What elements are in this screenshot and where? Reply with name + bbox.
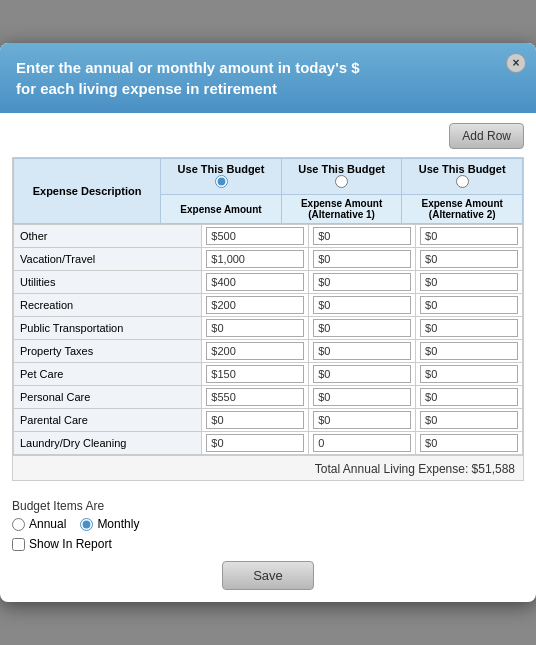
expense-desc: Utilities [14, 271, 202, 294]
expense-desc: Vacation/Travel [14, 248, 202, 271]
expense-amt2-input[interactable] [313, 250, 411, 268]
table-row: Property Taxes [14, 340, 523, 363]
col1-use-budget-header: Use This Budget [161, 159, 282, 195]
expense-amt1-input[interactable] [206, 227, 304, 245]
expense-amt1 [202, 432, 309, 455]
col1-radio[interactable] [215, 175, 228, 188]
annual-label: Annual [29, 517, 66, 531]
expense-amt3 [416, 317, 523, 340]
expense-amt3-input[interactable] [420, 342, 518, 360]
expense-amt1 [202, 317, 309, 340]
expense-amt1 [202, 294, 309, 317]
expense-desc: Public Transportation [14, 317, 202, 340]
col2-use-budget-header: Use This Budget [281, 159, 402, 195]
col1-label: Use This Budget [167, 163, 275, 175]
expense-desc: Property Taxes [14, 340, 202, 363]
show-in-report-checkbox[interactable] [12, 538, 25, 551]
expense-amt2-input[interactable] [313, 365, 411, 383]
budget-type-radio-group: Annual Monthly [12, 517, 524, 531]
expense-amt3-input[interactable] [420, 250, 518, 268]
expense-amt1-input[interactable] [206, 273, 304, 291]
expense-amt2-input[interactable] [313, 388, 411, 406]
expense-amt2 [309, 363, 416, 386]
expense-amt3 [416, 432, 523, 455]
expense-amt2-input[interactable] [313, 296, 411, 314]
toolbar-row: Add Row [12, 123, 524, 157]
close-button[interactable]: × [506, 53, 526, 73]
expense-amt1-input[interactable] [206, 250, 304, 268]
add-row-button[interactable]: Add Row [449, 123, 524, 149]
table-row: Public Transportation [14, 317, 523, 340]
expense-amt2 [309, 317, 416, 340]
save-button[interactable]: Save [222, 561, 314, 590]
show-in-report-group: Show In Report [12, 537, 524, 551]
expense-amt1-input[interactable] [206, 342, 304, 360]
total-label: Total Annual Living Expense: $51,588 [315, 462, 515, 476]
expense-amt2 [309, 386, 416, 409]
expense-desc: Pet Care [14, 363, 202, 386]
table-row: Recreation [14, 294, 523, 317]
expense-amt2 [309, 294, 416, 317]
col3-sub-header: Expense Amount (Alternative 2) [402, 195, 523, 224]
col3-radio[interactable] [456, 175, 469, 188]
expense-amt2 [309, 248, 416, 271]
expense-amt1 [202, 271, 309, 294]
expense-amt1 [202, 225, 309, 248]
expense-table: Expense Description Use This Budget Use … [13, 158, 523, 224]
table-row: Other [14, 225, 523, 248]
expense-amt3 [416, 386, 523, 409]
expense-amt3 [416, 363, 523, 386]
expense-amt3 [416, 225, 523, 248]
dialog-title: Enter the annual or monthly amount in to… [16, 59, 360, 97]
expense-amt2-input[interactable] [313, 342, 411, 360]
expense-amt3-input[interactable] [420, 319, 518, 337]
expense-amt2-input[interactable] [313, 227, 411, 245]
expense-amt1-input[interactable] [206, 319, 304, 337]
expense-desc: Recreation [14, 294, 202, 317]
col2-sub-header: Expense Amount (Alternative 1) [281, 195, 402, 224]
table-row: Personal Care [14, 386, 523, 409]
col2-radio[interactable] [335, 175, 348, 188]
monthly-radio[interactable] [80, 518, 93, 531]
expense-amt3-input[interactable] [420, 365, 518, 383]
col3-use-budget-header: Use This Budget [402, 159, 523, 195]
monthly-radio-label[interactable]: Monthly [80, 517, 139, 531]
expense-amt2-input[interactable] [313, 434, 411, 452]
expense-amt3-input[interactable] [420, 411, 518, 429]
table-row: Vacation/Travel [14, 248, 523, 271]
expense-data-table: OtherVacation/TravelUtilitiesRecreationP… [13, 224, 523, 455]
expense-amt3-input[interactable] [420, 296, 518, 314]
expense-amt3 [416, 248, 523, 271]
expense-amt3-input[interactable] [420, 227, 518, 245]
expense-amt1-input[interactable] [206, 411, 304, 429]
expense-amt2-input[interactable] [313, 411, 411, 429]
expense-amt1-input[interactable] [206, 296, 304, 314]
expense-amt3-input[interactable] [420, 273, 518, 291]
col3-label: Use This Budget [408, 163, 516, 175]
expense-amt3 [416, 409, 523, 432]
expense-amt2 [309, 432, 416, 455]
expense-desc: Personal Care [14, 386, 202, 409]
expense-amt1-input[interactable] [206, 365, 304, 383]
expense-amt1-input[interactable] [206, 388, 304, 406]
annual-radio-label[interactable]: Annual [12, 517, 66, 531]
expense-amt2-input[interactable] [313, 319, 411, 337]
total-row: Total Annual Living Expense: $51,588 [13, 455, 523, 480]
col1-sub-header: Expense Amount [161, 195, 282, 224]
main-dialog: Enter the annual or monthly amount in to… [0, 43, 536, 602]
annual-radio[interactable] [12, 518, 25, 531]
expense-desc: Parental Care [14, 409, 202, 432]
monthly-label: Monthly [97, 517, 139, 531]
expense-amt2-input[interactable] [313, 273, 411, 291]
show-in-report-label: Show In Report [29, 537, 112, 551]
dialog-footer: Budget Items Are Annual Monthly Show In … [0, 491, 536, 602]
expense-amt1 [202, 363, 309, 386]
expense-desc: Laundry/Dry Cleaning [14, 432, 202, 455]
dialog-header: Enter the annual or monthly amount in to… [0, 43, 536, 113]
expense-amt3-input[interactable] [420, 434, 518, 452]
expense-amt3-input[interactable] [420, 388, 518, 406]
expense-amt1-input[interactable] [206, 434, 304, 452]
save-btn-row: Save [12, 561, 524, 590]
expense-amt2 [309, 409, 416, 432]
expense-amt2 [309, 271, 416, 294]
